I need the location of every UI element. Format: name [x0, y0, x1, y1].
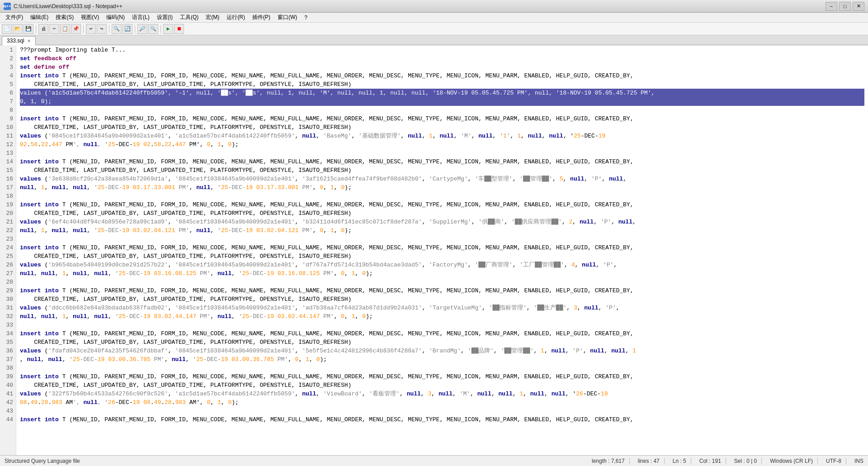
menu-item-[interactable]: ? — [301, 14, 311, 22]
code-line — [20, 278, 864, 286]
ln-label: Ln : 5 — [673, 458, 691, 464]
line-number: 9 — [0, 114, 13, 123]
toolbar-sep4 — [135, 25, 135, 33]
code-line: insert into T (MENU_ID, PARENT_MENU_ID, … — [20, 71, 864, 80]
toolbar-sep1 — [36, 25, 36, 33]
toolbar-sep3 — [109, 25, 109, 33]
paste-button[interactable]: 📌 — [71, 24, 81, 34]
code-line: CREATED_TIME, LAST_UPDATED_BY, LAST_UPDA… — [20, 80, 864, 89]
line-number: 18 — [0, 192, 13, 200]
code-line: insert into T (MENU_ID, PARENT_MENU_ID, … — [20, 200, 864, 209]
code-line — [20, 235, 864, 243]
code-line: 08.49.28.983 AM', null, '26-DEC-19 08.49… — [20, 398, 864, 407]
line-number: 30 — [0, 295, 13, 304]
zoom-in-button[interactable]: 🔎 — [137, 24, 147, 34]
menu-item-l[interactable]: 语言(L) — [128, 13, 153, 22]
menu-item-w[interactable]: 窗口(W) — [274, 13, 301, 22]
menu-item-m[interactable]: 宏(M) — [202, 13, 223, 22]
menu-item-f[interactable]: 文件(F) — [2, 13, 27, 22]
code-area[interactable]: ???prompt Importing table T...set feedba… — [16, 45, 868, 455]
status-left: Structured Query Language file — [5, 458, 85, 464]
open-button[interactable]: 📂 — [13, 24, 23, 34]
status-bar: Structured Query Language file length : … — [0, 455, 868, 466]
line-number: 40 — [0, 381, 13, 390]
menu-bar: 文件(F)编辑(E)搜索(S)视图(V)编码(N)语言(L)设置(I)工具(Q)… — [0, 13, 868, 23]
code-line — [20, 106, 864, 114]
run-button[interactable]: ▶ — [163, 24, 173, 34]
stop-button[interactable]: ⏹ — [174, 24, 184, 34]
replace-button[interactable]: 🔄 — [123, 24, 132, 34]
undo-button[interactable]: ↩ — [86, 24, 96, 34]
lines-label: lines : 47 — [638, 458, 665, 464]
menu-item-p[interactable]: 插件(P) — [249, 13, 274, 22]
title-bar: N++ C:\Users\Liuwe\Desktop\333.sql - Not… — [0, 0, 868, 13]
line-number: 2 — [0, 54, 13, 63]
code-line: insert into T (MENU_ID, PARENT_MENU_ID, … — [20, 329, 864, 338]
code-line: CREATED_TIME, LAST_UPDATED_BY, LAST_UPDA… — [20, 295, 864, 304]
eol-label: Windows (CR LF) — [770, 458, 818, 464]
line-number: 15 — [0, 166, 13, 175]
editor-container: 1234567891011121314151617181920212223242… — [0, 45, 868, 455]
line-number: 27 — [0, 269, 13, 278]
line-number: 8 — [0, 106, 13, 114]
redo-button[interactable]: ↪ — [97, 24, 107, 34]
menu-item-v[interactable]: 视图(V) — [77, 13, 103, 22]
code-line: ???prompt Importing table T... — [20, 46, 864, 54]
line-number: 29 — [0, 286, 13, 295]
line-number: 24 — [0, 243, 13, 252]
line-number: 41 — [0, 390, 13, 398]
close-button[interactable]: ✕ — [853, 2, 864, 11]
length-label: length : 7,617 — [592, 458, 630, 464]
line-number: 12 — [0, 140, 13, 149]
line-number: 26 — [0, 261, 13, 269]
line-number: 6 — [0, 89, 13, 97]
line-number: 20 — [0, 209, 13, 218]
code-line: values ('ddcc6bb682e84a93bdadab6387fadb0… — [20, 304, 864, 312]
minimize-button[interactable]: − — [826, 2, 837, 11]
code-line: null, 1, null, null, '25-DEC-19 03.17.33… — [20, 183, 864, 192]
line-number: 17 — [0, 183, 13, 192]
line-number: 13 — [0, 149, 13, 157]
toolbar-sep5 — [160, 25, 161, 33]
code-line: insert into T (MENU_ID, PARENT_MENU_ID, … — [20, 157, 864, 166]
find-button[interactable]: 🔍 — [112, 24, 122, 34]
tab-bar: 333.sql ✕ — [0, 35, 868, 45]
save-button[interactable]: 💾 — [24, 24, 33, 34]
line-number: 44 — [0, 415, 13, 424]
tab-333sql[interactable]: 333.sql ✕ — [2, 36, 36, 45]
sel-label: Sel : 0 | 0 — [734, 458, 762, 464]
menu-item-n[interactable]: 编码(N) — [103, 13, 128, 22]
status-right: length : 7,617 lines : 47 Ln : 5 Col : 1… — [592, 458, 863, 464]
maximize-button[interactable]: □ — [839, 2, 851, 11]
zoom-out-button[interactable]: 🔍 — [148, 24, 158, 34]
toolbar: 📄 📂 💾 🖨 ✂ 📋 📌 ↩ ↪ 🔍 🔄 🔎 🔍 ▶ ⏹ — [0, 23, 868, 35]
cut-button[interactable]: ✂ — [49, 24, 59, 34]
line-number: 21 — [0, 218, 13, 226]
window-title: C:\Users\Liuwe\Desktop\333.sql - Notepad… — [14, 3, 123, 10]
menu-item-e[interactable]: 编辑(E) — [27, 13, 52, 22]
code-line: null, null, 1, null, null, '25-DEC-19 03… — [20, 269, 864, 278]
code-line — [20, 149, 864, 157]
line-numbers: 1234567891011121314151617181920212223242… — [0, 45, 16, 455]
new-button[interactable]: 📄 — [2, 24, 12, 34]
line-number: 16 — [0, 175, 13, 183]
line-number: 25 — [0, 252, 13, 261]
menu-item-r[interactable]: 运行(R) — [223, 13, 249, 22]
line-number: 43 — [0, 407, 13, 415]
line-number: 33 — [0, 321, 13, 329]
menu-item-i[interactable]: 设置(I) — [153, 13, 176, 22]
title-bar-left: N++ C:\Users\Liuwe\Desktop\333.sql - Not… — [4, 3, 123, 10]
line-number: 19 — [0, 200, 13, 209]
menu-item-q[interactable]: 工具(Q) — [176, 13, 202, 22]
code-line: insert into T (MENU_ID, PARENT_MENU_ID, … — [20, 286, 864, 295]
code-line: set feedback off — [20, 54, 864, 63]
line-number: 34 — [0, 329, 13, 338]
copy-button[interactable]: 📋 — [60, 24, 70, 34]
code-line: null, null, 1, null, null, '25-DEC-19 03… — [20, 312, 864, 321]
code-line: CREATED_TIME, LAST_UPDATED_BY, LAST_UPDA… — [20, 123, 864, 132]
code-line: CREATED_TIME, LAST_UPDATED_BY, LAST_UPDA… — [20, 338, 864, 347]
menu-item-s[interactable]: 搜索(S) — [52, 13, 77, 22]
print-button[interactable]: 🖨 — [38, 24, 48, 34]
tab-close-icon[interactable]: ✕ — [27, 38, 31, 43]
line-number: 3 — [0, 63, 13, 71]
